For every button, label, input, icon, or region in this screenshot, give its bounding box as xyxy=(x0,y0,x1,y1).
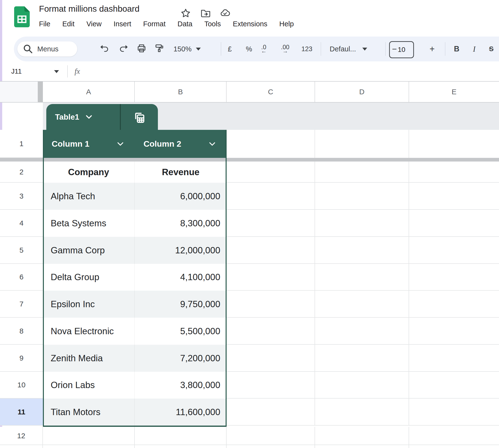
cell-C6[interactable] xyxy=(226,264,315,291)
cell-B6[interactable]: 4,100,000 xyxy=(135,264,226,291)
paint-format-button[interactable] xyxy=(154,43,165,55)
menu-help[interactable]: Help xyxy=(279,20,294,28)
cell-D10[interactable] xyxy=(315,372,409,399)
menus-search-pill[interactable]: Menus xyxy=(17,41,77,57)
row-header-1[interactable]: 1 xyxy=(0,130,43,158)
row-header-12[interactable]: 12 xyxy=(0,427,43,445)
table-column2-header[interactable]: Column 2 xyxy=(135,130,226,158)
cell-D12[interactable] xyxy=(315,427,409,445)
menu-insert[interactable]: Insert xyxy=(113,20,131,28)
increase-decimal-button[interactable]: .00 → xyxy=(281,45,290,53)
cell-E2[interactable] xyxy=(409,161,499,183)
cell-C8[interactable] xyxy=(226,318,315,345)
cell-E4[interactable] xyxy=(409,210,499,237)
cell-B7[interactable]: 9,750,000 xyxy=(135,291,226,318)
cloud-check-icon[interactable] xyxy=(220,8,230,18)
cell-A10[interactable]: Orion Labs xyxy=(43,372,135,399)
cell-A7[interactable]: Epsilon Inc xyxy=(43,291,135,318)
cell-A3[interactable]: Alpha Tech xyxy=(43,183,135,210)
cell-A6[interactable]: Delta Group xyxy=(43,264,135,291)
cell-B2[interactable]: Revenue xyxy=(135,161,226,183)
cell-C7[interactable] xyxy=(226,291,315,318)
cell-C10[interactable] xyxy=(226,372,315,399)
bold-button[interactable]: B xyxy=(454,45,459,53)
table-column1-header[interactable]: Column 1 xyxy=(43,130,135,158)
column-header-D[interactable]: D xyxy=(315,82,409,102)
cell-B8[interactable]: 5,500,000 xyxy=(135,318,226,345)
menu-tools[interactable]: Tools xyxy=(204,20,221,28)
cell-E7[interactable] xyxy=(409,291,499,318)
cell-C12[interactable] xyxy=(226,427,315,445)
cell-E3[interactable] xyxy=(409,183,499,210)
cell-E1[interactable] xyxy=(409,130,499,158)
menu-format[interactable]: Format xyxy=(143,20,166,28)
undo-button[interactable] xyxy=(99,43,110,55)
cell-A9[interactable]: Zenith Media xyxy=(43,345,135,372)
cell-C1[interactable] xyxy=(226,130,315,158)
cell-D3[interactable] xyxy=(315,183,409,210)
row-header-9[interactable]: 9 xyxy=(0,345,43,372)
currency-format-button[interactable]: £ xyxy=(228,45,232,53)
cell-B5[interactable]: 12,000,000 xyxy=(135,237,226,264)
move-folder-icon[interactable] xyxy=(200,8,211,18)
cell-E9[interactable] xyxy=(409,345,499,372)
row-header-10[interactable]: 10 xyxy=(0,372,43,399)
row-header-6[interactable]: 6 xyxy=(0,264,43,291)
increase-font-size-button[interactable]: + xyxy=(430,44,435,54)
name-box[interactable]: J11 xyxy=(11,67,22,75)
column-header-B[interactable]: B xyxy=(135,82,226,102)
cell-C13[interactable] xyxy=(226,445,315,448)
document-title[interactable]: Format millions dashboard xyxy=(39,4,139,14)
chevron-down-icon[interactable] xyxy=(54,70,59,73)
cell-D2[interactable] xyxy=(315,161,409,183)
cell-A11[interactable]: Titan Motors xyxy=(43,399,135,426)
row-header-2[interactable]: 2 xyxy=(0,161,43,183)
cell-A13[interactable] xyxy=(43,445,135,448)
decrease-decimal-button[interactable]: .0 ← xyxy=(261,45,267,53)
row-header-4[interactable]: 4 xyxy=(0,210,43,237)
cell-E12[interactable] xyxy=(409,427,499,445)
cell-B12[interactable] xyxy=(135,427,226,445)
cell-C2[interactable] xyxy=(226,161,315,183)
font-family-select[interactable]: Defaul... xyxy=(330,45,367,53)
cell-B13[interactable] xyxy=(135,445,226,448)
cell-D9[interactable] xyxy=(315,345,409,372)
cell-D8[interactable] xyxy=(315,318,409,345)
number-format-button[interactable]: 123 xyxy=(301,45,312,53)
star-icon[interactable] xyxy=(180,8,191,18)
cell-E10[interactable] xyxy=(409,372,499,399)
cell-D6[interactable] xyxy=(315,264,409,291)
row-header-5[interactable]: 5 xyxy=(0,237,43,264)
cell-B9[interactable]: 7,200,000 xyxy=(135,345,226,372)
cell-C11[interactable] xyxy=(226,399,315,426)
sheets-logo-icon[interactable] xyxy=(14,6,30,27)
percent-format-button[interactable]: % xyxy=(246,45,252,53)
menu-edit[interactable]: Edit xyxy=(62,20,75,28)
cell-C5[interactable] xyxy=(226,237,315,264)
menu-file[interactable]: File xyxy=(39,20,50,28)
cell-E5[interactable] xyxy=(409,237,499,264)
table-options-button[interactable] xyxy=(121,104,158,130)
row-header-8[interactable]: 8 xyxy=(0,318,43,345)
cell-B3[interactable]: 6,000,000 xyxy=(135,183,226,210)
cell-D1[interactable] xyxy=(315,130,409,158)
cell-A8[interactable]: Nova Electronic xyxy=(43,318,135,345)
cell-E8[interactable] xyxy=(409,318,499,345)
italic-button[interactable]: I xyxy=(473,45,476,54)
menu-view[interactable]: View xyxy=(86,20,102,28)
menu-extensions[interactable]: Extensions xyxy=(233,20,267,28)
column-header-E[interactable]: E xyxy=(409,82,499,102)
cell-A2[interactable]: Company xyxy=(43,161,135,183)
cell-B11[interactable]: 11,600,000 xyxy=(135,399,226,426)
menu-data[interactable]: Data xyxy=(177,20,192,28)
row-header-7[interactable]: 7 xyxy=(0,291,43,318)
cell-A5[interactable]: Gamma Corp xyxy=(43,237,135,264)
cell-E6[interactable] xyxy=(409,264,499,291)
cell-B4[interactable]: 8,300,000 xyxy=(135,210,226,237)
select-all-corner[interactable] xyxy=(0,82,43,102)
print-button[interactable] xyxy=(136,43,147,55)
cell-A4[interactable]: Beta Systems xyxy=(43,210,135,237)
column-header-A[interactable]: A xyxy=(43,82,135,102)
cell-E11[interactable] xyxy=(409,399,499,426)
row-header-13[interactable] xyxy=(0,445,43,448)
